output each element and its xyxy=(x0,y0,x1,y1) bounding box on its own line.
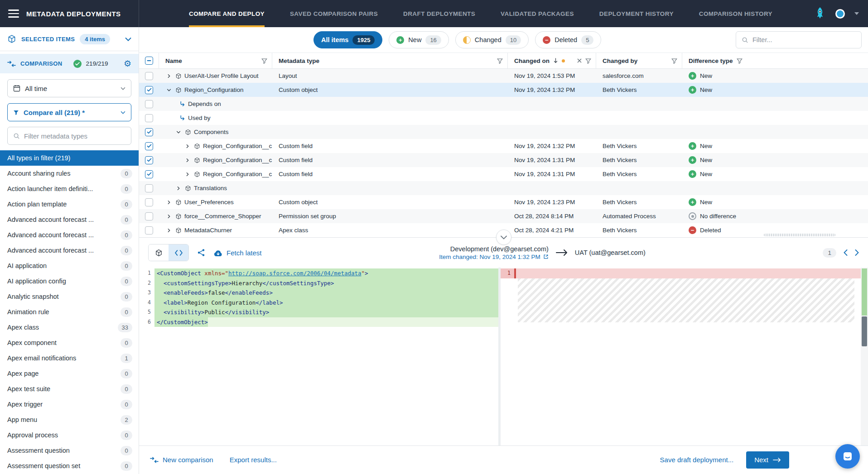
header-cell-difference-type[interactable]: Difference type xyxy=(682,53,868,68)
row-checkbox[interactable] xyxy=(145,128,153,136)
nav-item-saved-comparison-pairs[interactable]: SAVED COMPARISON PAIRS xyxy=(290,0,378,27)
expand-row-icon[interactable] xyxy=(165,228,173,233)
summary-view-button[interactable] xyxy=(149,244,169,261)
filter-funnel-icon[interactable] xyxy=(585,58,591,64)
table-row-components[interactable]: Components xyxy=(139,125,868,139)
chevron-down-icon[interactable] xyxy=(125,37,131,41)
filter-pill-all-items[interactable]: All items1925 xyxy=(313,31,382,48)
source-code-pane[interactable]: 1<CustomObject xmlns="http://soap.sforce… xyxy=(141,268,498,445)
type-item-advanced-account-forecast[interactable]: Advanced account forecast ...0 xyxy=(0,212,139,227)
row-checkbox[interactable] xyxy=(145,170,153,178)
type-item-approval-process[interactable]: Approval process0 xyxy=(0,427,139,443)
type-item-animation-rule[interactable]: Animation rule0 xyxy=(0,304,139,320)
share-icon[interactable] xyxy=(197,249,205,257)
item-changed-link[interactable]: Item changed: Nov 19, 2024 1:32 PM xyxy=(439,254,549,260)
type-item-apex-component[interactable]: Apex component0 xyxy=(0,335,139,350)
time-filter-dropdown[interactable]: All time xyxy=(7,79,131,97)
table-row-force-commerce-shopper[interactable]: force__Commerce_ShopperPermission set gr… xyxy=(139,209,868,223)
expand-row-icon[interactable] xyxy=(175,186,182,191)
collapse-diff-panel-button[interactable] xyxy=(496,230,511,245)
type-item-action-launcher-item-definiti[interactable]: Action launcher item definiti...0 xyxy=(0,181,139,196)
comparison-section-header[interactable]: COMPARISON 219/219 ⚙ xyxy=(0,54,139,73)
selected-items-section[interactable]: SELECTED ITEMS 4 items xyxy=(0,27,139,51)
nav-item-validated-packages[interactable]: VALIDATED PACKAGES xyxy=(501,0,574,27)
table-row-region-configuration-c-max-budget[interactable]: Region_Configuration__c.Max_BudgetCustom… xyxy=(139,153,868,167)
row-checkbox[interactable] xyxy=(145,142,153,150)
target-code-pane[interactable]: 1 xyxy=(501,268,868,445)
fetch-latest-button[interactable]: Fetch latest xyxy=(213,249,262,257)
filter-funnel-icon[interactable] xyxy=(737,58,743,64)
diff-scrollbar-thumb[interactable] xyxy=(862,316,867,346)
table-row-depends-on[interactable]: Depends on xyxy=(139,97,868,111)
type-item-apex-class[interactable]: Apex class33 xyxy=(0,320,139,335)
sort-desc-icon[interactable] xyxy=(553,58,558,63)
nav-item-comparison-history[interactable]: COMPARISON HISTORY xyxy=(699,0,772,27)
export-results-button[interactable]: Export results... xyxy=(230,456,277,464)
filter-pill-changed[interactable]: Changed10 xyxy=(455,31,529,48)
type-item-apex-test-suite[interactable]: Apex test suite0 xyxy=(0,381,139,397)
header-cell-changed-by[interactable]: Changed by xyxy=(596,53,682,68)
header-cell-metadata-type[interactable]: Metadata type xyxy=(272,53,508,68)
expand-row-icon[interactable] xyxy=(165,200,173,205)
next-page-icon[interactable] xyxy=(855,249,859,256)
row-checkbox[interactable] xyxy=(145,114,153,122)
table-row-region-configuration-c-enable-sales-cam[interactable]: Region_Configuration__c.Enable_Sales_Cam… xyxy=(139,139,868,153)
type-item-apex-email-notifications[interactable]: Apex email notifications1 xyxy=(0,350,139,366)
results-filter-input[interactable] xyxy=(752,36,856,43)
type-item-ai-application[interactable]: AI application0 xyxy=(0,258,139,273)
header-cell-changed-on[interactable]: Changed on xyxy=(508,53,596,68)
filter-funnel-icon[interactable] xyxy=(497,58,503,64)
type-item-app-menu[interactable]: App menu2 xyxy=(0,412,139,427)
table-row-region-configuration-c-region-name[interactable]: Region_Configuration__c.Region_NameCusto… xyxy=(139,167,868,181)
nav-item-deployment-history[interactable]: DEPLOYMENT HISTORY xyxy=(599,0,674,27)
account-menu-caret-icon[interactable] xyxy=(854,12,859,15)
previous-page-icon[interactable] xyxy=(844,249,848,256)
table-row-region-configuration[interactable]: Region_ConfigurationCustom objectNov 19,… xyxy=(139,83,868,97)
row-checkbox[interactable] xyxy=(145,226,153,235)
collapse-row-icon[interactable] xyxy=(175,130,182,134)
expand-row-icon[interactable] xyxy=(165,214,173,219)
row-checkbox[interactable] xyxy=(145,156,153,164)
filter-funnel-icon[interactable] xyxy=(261,58,267,64)
filter-funnel-icon[interactable] xyxy=(671,58,677,64)
type-item-all-types[interactable]: All types in filter (219) xyxy=(0,150,139,166)
type-item-apex-trigger[interactable]: Apex trigger0 xyxy=(0,397,139,412)
filter-pill-new[interactable]: +New16 xyxy=(389,31,448,48)
header-cell-name[interactable]: Name xyxy=(159,53,272,68)
account-avatar-gear-logo[interactable] xyxy=(833,7,847,21)
row-checkbox[interactable] xyxy=(145,184,153,192)
row-checkbox[interactable] xyxy=(145,212,153,220)
collapse-row-icon[interactable] xyxy=(165,88,173,92)
type-item-analytic-snapshot[interactable]: Analytic snapshot0 xyxy=(0,289,139,304)
clear-sort-icon[interactable] xyxy=(577,58,582,63)
row-checkbox[interactable] xyxy=(145,72,153,80)
table-row-useralt-user-profile-layout[interactable]: UserAlt-User Profile LayoutLayoutNov 19,… xyxy=(139,69,868,83)
table-row-translations[interactable]: Translations xyxy=(139,181,868,195)
gear-icon[interactable]: ⚙ xyxy=(124,59,131,68)
metadata-type-search-input[interactable] xyxy=(24,132,125,140)
hamburger-menu-icon[interactable] xyxy=(8,10,19,18)
next-button[interactable]: Next xyxy=(746,451,789,469)
select-all-checkbox[interactable] xyxy=(145,57,153,65)
nav-item-draft-deployments[interactable]: DRAFT DEPLOYMENTS xyxy=(403,0,475,27)
new-comparison-button[interactable]: New comparison xyxy=(150,456,213,464)
table-row-used-by[interactable]: Used by xyxy=(139,111,868,125)
type-item-action-plan-template[interactable]: Action plan template0 xyxy=(0,196,139,212)
row-checkbox[interactable] xyxy=(145,86,153,94)
type-item-advanced-account-forecast[interactable]: Advanced account forecast ...0 xyxy=(0,227,139,243)
expand-row-icon[interactable] xyxy=(184,172,191,177)
type-item-ai-application-config[interactable]: AI application config0 xyxy=(0,273,139,289)
nav-item-compare-and-deploy[interactable]: COMPARE AND DEPLOY xyxy=(189,0,265,27)
type-item-apex-page[interactable]: Apex page0 xyxy=(0,366,139,381)
save-draft-deployment-button[interactable]: Save draft deployment... xyxy=(660,456,734,464)
row-checkbox[interactable] xyxy=(145,100,153,108)
expand-row-icon[interactable] xyxy=(184,158,191,163)
diff-scrollbar[interactable] xyxy=(861,268,868,445)
horizontal-scrollbar[interactable] xyxy=(764,234,835,236)
type-item-assessment-question[interactable]: Assessment question0 xyxy=(0,443,139,458)
row-checkbox[interactable] xyxy=(145,198,153,206)
expand-row-icon[interactable] xyxy=(165,74,173,78)
expand-row-icon[interactable] xyxy=(184,144,191,148)
type-item-assessment-question-set[interactable]: Assessment question set0 xyxy=(0,458,139,474)
rocket-icon[interactable] xyxy=(814,7,826,20)
